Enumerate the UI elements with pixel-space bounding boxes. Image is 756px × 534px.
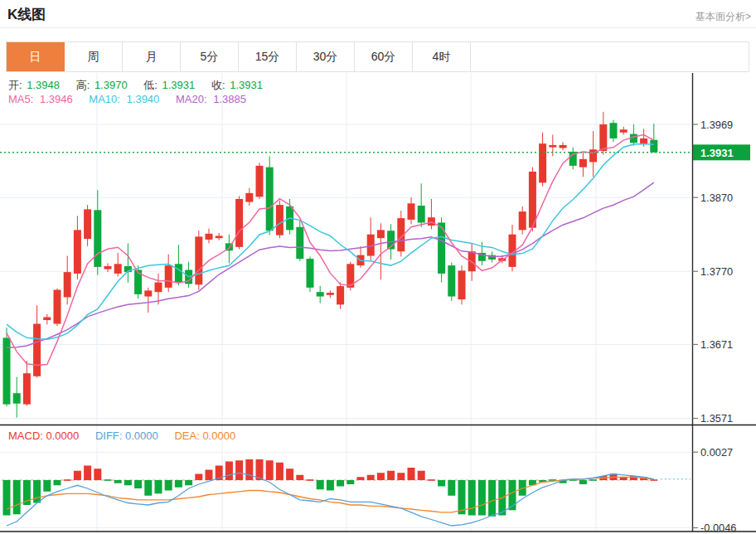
macd-bar: [579, 480, 587, 484]
ma-row: MA5: 1.3946 MA10: 1.3940 MA20: 1.3885: [8, 93, 246, 105]
ohlc-row: 开: 1.3948 高: 1.3970 低: 1.3931 收: 1.3931: [8, 78, 263, 93]
tab-5min[interactable]: 5分: [181, 42, 239, 71]
diff-label: DIFF:: [95, 430, 123, 442]
macd-bar: [185, 480, 192, 485]
macd-bar: [144, 480, 152, 496]
macd-bar: [276, 463, 284, 480]
macd-bar: [650, 479, 657, 481]
macd-bar: [397, 473, 405, 480]
macd-bar: [114, 480, 122, 483]
macd-bar: [175, 480, 182, 488]
interval-tabbar: 日 周 月 5分 15分 30分 60分 4时: [6, 41, 749, 72]
candle: [216, 235, 223, 238]
candle: [266, 167, 274, 231]
candle: [418, 206, 425, 222]
macd-bar: [317, 480, 324, 489]
macd-bar: [195, 474, 202, 481]
y-axis-label: 1.3969: [700, 119, 733, 131]
ma5-value: 1.3946: [40, 93, 73, 105]
candle: [549, 145, 556, 148]
macd-bar: [33, 480, 41, 503]
macd-label: MACD:: [8, 430, 43, 442]
macd-bar: [245, 459, 253, 480]
candle: [54, 290, 61, 324]
macd-bar: [266, 460, 274, 480]
tab-day[interactable]: 日: [7, 42, 65, 71]
y-axis-label: 1.3571: [700, 412, 733, 425]
candle: [84, 209, 91, 239]
candle: [64, 272, 71, 297]
page-header: K线图 基本面分析>: [0, 0, 756, 27]
candle: [94, 210, 101, 267]
macd-bar: [337, 480, 344, 487]
candle: [337, 286, 344, 304]
candle: [13, 393, 21, 403]
candle: [377, 230, 385, 238]
macd-bar: [206, 470, 213, 481]
tab-month[interactable]: 月: [123, 42, 181, 71]
dea-label: DEA:: [174, 430, 199, 442]
candle: [610, 123, 618, 138]
fundamental-analysis-link[interactable]: 基本面分析>: [695, 10, 751, 24]
candle: [235, 199, 243, 247]
macd-bar: [296, 475, 303, 480]
candle: [317, 292, 324, 296]
open-value: 1.3948: [27, 79, 60, 91]
macd-bar: [357, 477, 365, 480]
y-axis-label: 1.3770: [700, 265, 733, 278]
high-value: 1.3970: [94, 79, 128, 91]
tab-15min[interactable]: 15分: [239, 42, 297, 71]
low-value: 1.3931: [162, 79, 196, 91]
macd-bar: [134, 480, 142, 488]
candle: [114, 264, 122, 274]
macd-bar: [387, 471, 395, 480]
candle: [74, 230, 81, 274]
ma5-label: MA5:: [8, 93, 33, 105]
macd-bar: [448, 480, 455, 496]
ma10-value: 1.3940: [127, 93, 160, 105]
ma20-value: 1.3885: [213, 93, 246, 105]
close-value: 1.3931: [230, 79, 263, 91]
candle: [640, 138, 647, 143]
macd-axis-label: 0.0027: [700, 446, 733, 459]
macd-value: 0.0000: [46, 430, 80, 442]
current-price-label: 1.3931: [700, 147, 734, 159]
macd-bar: [225, 462, 233, 481]
macd-bar: [428, 479, 435, 481]
tab-30min[interactable]: 30分: [297, 42, 355, 71]
tab-4hour[interactable]: 4时: [413, 42, 471, 71]
candle: [206, 234, 213, 240]
ma20-line: [7, 182, 654, 347]
candle: [519, 211, 526, 230]
header-divider: [0, 27, 756, 28]
candle: [33, 323, 41, 376]
macd-axis-label: -0.0046: [700, 522, 736, 534]
macd-bar: [286, 468, 293, 480]
macd-bar: [367, 475, 375, 480]
candle: [23, 373, 31, 404]
candle: [165, 265, 172, 288]
macd-bar: [104, 479, 112, 481]
tab-week[interactable]: 周: [65, 42, 123, 71]
candle: [560, 145, 567, 148]
tab-60min[interactable]: 60分: [355, 42, 413, 71]
close-label: 收:: [211, 78, 225, 93]
macd-bar: [468, 480, 476, 516]
dea-value: 0.0000: [202, 430, 235, 442]
candle: [448, 265, 455, 296]
macd-bar: [54, 480, 61, 485]
macd-bar: [43, 480, 51, 492]
candle: [650, 140, 657, 153]
macd-bar: [589, 479, 597, 481]
candle: [539, 143, 546, 182]
candle: [327, 293, 334, 295]
ma10-label: MA10:: [89, 93, 120, 105]
macd-bar: [84, 466, 91, 481]
page-title: K线图: [7, 5, 46, 24]
candle: [195, 236, 202, 284]
candle: [296, 227, 303, 259]
candle: [630, 134, 637, 143]
low-label: 低:: [143, 78, 158, 93]
y-axis-label: 1.3870: [700, 192, 733, 204]
macd-bar: [3, 480, 11, 516]
